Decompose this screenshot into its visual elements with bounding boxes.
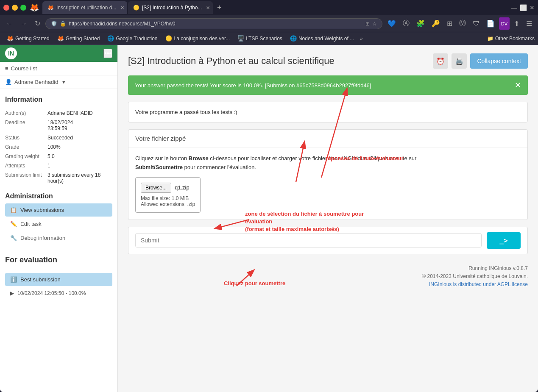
alert-success: Your answer passed the tests! Your score… (128, 75, 528, 95)
bookmark5-label: LTSP Scenarios (246, 36, 282, 42)
info-value-attempts: 1 (47, 161, 112, 170)
maximize-window-btn[interactable] (20, 5, 26, 11)
bookmark-6[interactable]: 🌐 Nodes and Weights of ... (287, 34, 357, 42)
view-submissions-label: View submissions (20, 207, 64, 213)
new-tab-btn[interactable]: + (214, 2, 225, 14)
view-submissions-link[interactable]: 📋 View submissions (5, 203, 112, 217)
bitwarden-btn[interactable]: 🔑 (429, 17, 443, 30)
debug-info-link[interactable]: 🔧 Debug information (5, 231, 112, 245)
minimize-window-btn[interactable] (12, 5, 18, 11)
bookmark-4[interactable]: 🟡 La conjugaison des ver... (162, 34, 234, 42)
bookmark-icon[interactable]: ☆ (372, 21, 377, 27)
close-btn[interactable]: ✕ (530, 4, 535, 11)
menu-btn[interactable]: ☰ (524, 17, 535, 30)
close-window-btn[interactable] (3, 5, 9, 11)
forward-btn[interactable]: → (18, 18, 30, 29)
grid-btn[interactable]: ⊞ (444, 17, 455, 30)
course-list-link[interactable]: ≡ Course list (5, 65, 112, 72)
info-icon: ℹ️ (10, 276, 17, 283)
submit-bold: Submit/Soumettre (135, 164, 183, 170)
submit-btn[interactable]: _> (487, 232, 521, 249)
minimize-btn[interactable]: — (511, 4, 517, 11)
browser-frame: 🦊 🦊 Inscription et utilisation d... ✕ 🟡 … (0, 0, 538, 392)
submit-input[interactable] (135, 233, 482, 247)
bookmark1-icon: 🦊 (7, 35, 14, 42)
info-value-status: Succeeded (47, 133, 112, 142)
tab1-close[interactable]: ✕ (120, 5, 124, 11)
eval-section: For evaluation ℹ️ Best submission ▶ 10/0… (0, 249, 117, 303)
pocket-btn[interactable]: 💙 (385, 17, 399, 30)
bookmark-5[interactable]: 🖥️ LTSP Scenarios (234, 34, 286, 42)
footer: Running INGInious v.0.8.7 © 2014-2023 Un… (128, 261, 528, 292)
terminal-icon: _> (499, 236, 507, 245)
selected-file-name: q1.zip (175, 184, 190, 191)
list-icon: ≡ (5, 65, 8, 72)
file-section-header: Votre fichier zippé (128, 130, 527, 147)
url-text[interactable]: https://benhadid.ddns.net/course/M1_VPO/… (69, 21, 363, 27)
bookmark2-icon: 🦊 (57, 35, 64, 42)
firefox-icon: 🦊 (30, 3, 39, 12)
best-submission-link[interactable]: ℹ️ Best submission (5, 273, 112, 286)
info-label-grade: Grade (5, 142, 47, 152)
info-row-status: Status Succeeded (5, 133, 112, 142)
debug-info-label: Debug information (20, 235, 65, 241)
translate-icon[interactable]: ⊞ (365, 21, 370, 27)
bookmark-3[interactable]: 🌐 Google Traduction (104, 34, 161, 42)
tabs-bar: 🦊 Inscription et utilisation d... ✕ 🟡 [S… (42, 1, 508, 14)
info-label-attempts: Attempts (5, 161, 47, 170)
result-text: Votre programme a passé tous les tests :… (135, 109, 237, 115)
info-value-submission-limit: 3 submissions every 18 hour(s) (47, 170, 112, 186)
sidebar-menu-btn[interactable]: ••• (103, 49, 112, 58)
bookmarks-bar: 🦊 Getting Started 🦊 Getting Started 🌐 Go… (0, 32, 538, 45)
debug-icon: 🔧 (10, 235, 17, 241)
collapse-context-btn[interactable]: Collapse context (470, 53, 528, 69)
admin-section-title: Administration (5, 192, 112, 200)
nav-bar: ← → ↻ 🛡️ 🔒 https://benhadid.ddns.net/cou… (0, 15, 538, 32)
bookmark-1[interactable]: 🦊 Getting Started (3, 34, 53, 42)
content-wrapper: [S2] Introduction à Python et au calcul … (118, 45, 538, 392)
info-value-author: Adnane BENHADID (47, 108, 112, 118)
tab-active[interactable]: 🟡 [S2] Introduction à Pytho... ✕ (128, 1, 213, 14)
alert-message: Your answer passed the tests! Your score… (135, 82, 371, 89)
tab2-close[interactable]: ✕ (206, 5, 210, 11)
site-logo: IN (5, 47, 17, 59)
bookmark1-label: Getting Started (15, 36, 50, 42)
title-bar: 🦊 🦊 Inscription et utilisation d... ✕ 🟡 … (0, 0, 538, 15)
extensions-btn[interactable]: 🧩 (414, 17, 427, 30)
watch-btn[interactable]: ⏰ (433, 53, 448, 69)
user-link[interactable]: 👤 Adnane Benhadid ▾ (5, 79, 112, 85)
restore-btn[interactable]: ⬜ (520, 4, 527, 11)
info-row-deadline: Deadline 18/02/202423:59:59 (5, 118, 112, 133)
url-bar[interactable]: 🛡️ 🔒 https://benhadid.ddns.net/course/M1… (45, 18, 382, 29)
result-card: Votre programme a passé tous les tests :… (128, 102, 528, 122)
ms-translate-btn[interactable]: Ⓜ (457, 17, 468, 30)
shield2-btn[interactable]: 🛡 (470, 17, 482, 30)
reader-btn[interactable]: 📄 (484, 17, 497, 30)
profile-btn[interactable]: Ⓐ (400, 17, 412, 30)
back-btn[interactable]: ← (3, 18, 15, 29)
page-title-row: [S2] Introduction à Python et au calcul … (128, 53, 528, 69)
tab-inactive[interactable]: 🦊 Inscription et utilisation d... ✕ (42, 1, 127, 14)
footer-line2: © 2014-2023 Université catholique de Lou… (128, 272, 528, 281)
reload-btn[interactable]: ↻ (32, 18, 43, 29)
bookmarks-overflow-btn[interactable]: » (360, 36, 363, 42)
bookmark-2[interactable]: 🦊 Getting Started (54, 34, 103, 42)
info-row-attempts: Attempts 1 (5, 161, 112, 170)
max-file-size: Max file size: 1.0 MiB (141, 195, 195, 201)
dv-btn[interactable]: DV (499, 17, 510, 30)
print-btn[interactable]: 🖨️ (452, 53, 467, 69)
main-content: [S2] Introduction à Python et au calcul … (118, 45, 538, 300)
edit-task-link[interactable]: ✏️ Edit task (5, 217, 112, 231)
sidebar-user: 👤 Adnane Benhadid ▾ (0, 75, 117, 89)
alert-close-btn[interactable]: ✕ (515, 81, 521, 90)
browse-btn[interactable]: Browse... (141, 183, 171, 193)
submission-item[interactable]: ▶ 10/02/2024 12:05:50 - 100.0% (5, 287, 112, 300)
info-value-grade: 100% (47, 142, 112, 152)
bookmark3-icon: 🌐 (107, 35, 114, 42)
tab2-icon: 🟡 (133, 5, 139, 11)
tab1-icon: 🦊 (47, 5, 54, 11)
share-btn[interactable]: ⬆ (511, 17, 522, 30)
other-bookmarks[interactable]: 📁 Other Bookmarks (487, 36, 535, 42)
agpl-link[interactable]: INGInious is distributed under AGPL lice… (429, 281, 528, 287)
info-section-title: Information (5, 96, 112, 103)
